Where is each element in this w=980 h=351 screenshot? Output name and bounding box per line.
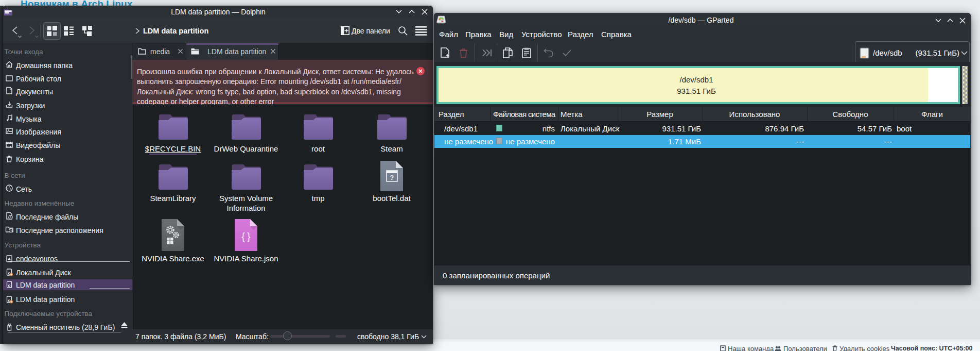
svg-text:?: ? [390, 174, 394, 181]
svg-text:{ }: { } [241, 231, 251, 242]
